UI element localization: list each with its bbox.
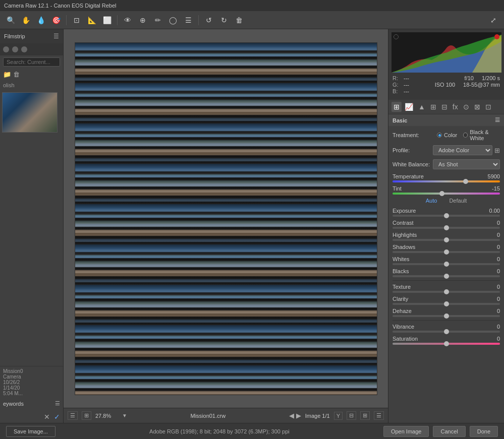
temperature-slider[interactable] [393, 180, 500, 182]
wb-tool[interactable]: 💧 [34, 14, 47, 27]
temperature-thumb[interactable] [463, 179, 468, 184]
profile-grid-btn[interactable]: ⊞ [494, 147, 500, 154]
whites-slider[interactable] [393, 263, 500, 265]
rotate-ccw-btn[interactable]: ↺ [202, 14, 215, 27]
color-radio[interactable]: Color [437, 132, 457, 138]
contrast-slider[interactable] [393, 227, 500, 229]
tint-slider[interactable] [393, 193, 500, 195]
dehaze-thumb[interactable] [444, 313, 449, 319]
search-bar [0, 55, 63, 69]
saturation-slider[interactable] [393, 343, 500, 345]
basic-panel-menu[interactable]: ☰ [495, 117, 500, 123]
wb-select[interactable]: As Shot [433, 159, 500, 169]
window-maximize-btn[interactable] [21, 46, 27, 52]
transform-tool[interactable]: ⬜ [100, 14, 114, 27]
view-mode-btn2[interactable]: ⊞ [82, 411, 91, 420]
zoom-out-btn[interactable]: ⊟ [347, 411, 356, 420]
list-tool[interactable]: ☰ [182, 14, 195, 27]
hist-clipping-alert[interactable] [494, 34, 499, 39]
shadows-thumb[interactable] [444, 249, 449, 255]
texture-thumb[interactable] [444, 289, 449, 294]
bw-radio-circle [463, 133, 468, 138]
shadows-slider[interactable] [393, 251, 500, 253]
tint-thumb[interactable] [439, 191, 444, 196]
prev-image-btn[interactable]: ◀ [289, 412, 294, 419]
texture-slider[interactable] [393, 291, 500, 293]
auto-btn[interactable]: Auto [426, 198, 437, 204]
redeye-tool[interactable]: 👁 [121, 14, 134, 27]
exposure-slider[interactable] [393, 215, 500, 217]
image-settings-btn[interactable]: ☰ [374, 411, 384, 420]
contrast-thumb[interactable] [444, 225, 449, 230]
exposure-row: Exposure 0.00 [393, 208, 500, 217]
calibration-icon[interactable]: ⊡ [483, 102, 493, 112]
transform-icon[interactable]: ⊠ [472, 102, 482, 112]
open-image-btn[interactable]: Open Image [383, 426, 429, 437]
app: 🔍 ✋ 💧 🎯 ⊡ 📐 ⬜ 👁 ⊕ ✏ ◯ ☰ ↺ ↻ 🗑 ⤢ Filmstri… [0, 11, 504, 439]
exposure-thumb[interactable] [444, 213, 449, 218]
temperature-top: Temperature 5900 [393, 173, 500, 179]
highlights-slider[interactable] [393, 239, 500, 241]
search-input[interactable] [3, 57, 60, 67]
clarity-thumb[interactable] [444, 301, 449, 306]
view-mode-btn1[interactable]: ☰ [68, 411, 78, 420]
confirm-ok-btn[interactable]: ✓ [54, 413, 60, 421]
image-canvas[interactable] [64, 29, 388, 408]
hsl-icon[interactable]: ⊞ [428, 102, 438, 112]
shadows-row: Shadows 0 [393, 244, 500, 253]
highlights-thumb[interactable] [444, 237, 449, 242]
done-btn[interactable]: Done [470, 426, 498, 437]
filmstrip-folder-btn[interactable]: 📁 [3, 71, 11, 78]
saturation-thumb[interactable] [444, 341, 449, 346]
zoom-in-btn[interactable]: ⊞ [360, 411, 370, 420]
filmstrip-delete-btn[interactable]: 🗑 [13, 71, 20, 78]
vibrance-slider[interactable] [393, 331, 500, 333]
g-row: G: --- ISO 100 18-55@37 mm [393, 82, 500, 88]
profile-row: Profile: Adobe Color ⊞ [393, 145, 500, 155]
window-close-btn[interactable] [3, 46, 9, 52]
spot-tool[interactable]: ⊕ [136, 14, 149, 27]
brush-tool[interactable]: ✏ [151, 14, 164, 27]
save-image-btn[interactable]: Save Image... [6, 426, 55, 437]
hand-tool[interactable]: ✋ [19, 14, 32, 27]
delete-btn[interactable]: 🗑 [233, 14, 246, 27]
dehaze-slider[interactable] [393, 315, 500, 317]
basic-tool-icon[interactable]: ⊞ [391, 102, 402, 112]
image-info-btn[interactable]: Y [334, 412, 343, 420]
cancel-btn[interactable]: Cancel [433, 426, 465, 437]
blacks-thumb[interactable] [444, 274, 449, 279]
zoom-tool[interactable]: 🔍 [4, 14, 17, 27]
basic-panel-header[interactable]: Basic ☰ [388, 114, 504, 126]
film-thumbnail[interactable] [2, 92, 58, 133]
color-sampler-tool[interactable]: 🎯 [49, 14, 63, 27]
clarity-slider[interactable] [393, 303, 500, 305]
bottom-info: Adobe RGB (1998); 8 bit; 2048 by 3072 (6… [149, 428, 290, 434]
straighten-tool[interactable]: 📐 [85, 14, 98, 27]
vibrance-thumb[interactable] [444, 329, 449, 334]
default-btn[interactable]: Default [449, 198, 467, 204]
fx-icon[interactable]: fx [451, 102, 460, 112]
zoom-dropdown[interactable]: ▼ [122, 413, 127, 418]
blacks-slider[interactable] [393, 275, 500, 277]
lens-icon[interactable]: ⊙ [461, 102, 471, 112]
hist-shadow-alert[interactable] [394, 34, 399, 39]
keywords-menu[interactable]: ☰ [55, 400, 60, 407]
detail-icon[interactable]: ▲ [416, 102, 427, 112]
contrast-row: Contrast 0 [393, 220, 500, 229]
eraser-tool[interactable]: ◯ [166, 14, 180, 27]
fullscreen-btn[interactable]: ⤢ [487, 14, 500, 27]
split-tone-icon[interactable]: ⊟ [439, 102, 450, 112]
content: Filmstrip ☰ 📁 🗑 olish [0, 29, 504, 423]
bw-radio[interactable]: Black & White [463, 129, 500, 141]
window-minimize-btn[interactable] [12, 46, 18, 52]
confirm-cancel-btn[interactable]: ✕ [44, 413, 50, 421]
profile-select[interactable]: Adobe Color [433, 145, 492, 155]
filmstrip-menu-btn[interactable]: ☰ [53, 33, 59, 40]
crop-tool[interactable]: ⊡ [70, 14, 83, 27]
next-image-btn[interactable]: ▶ [296, 412, 301, 419]
tone-curve-icon[interactable]: 📈 [403, 102, 415, 112]
whites-thumb[interactable] [444, 262, 449, 267]
rotate-cw-btn[interactable]: ↻ [217, 14, 231, 27]
basic-panel-title: Basic [393, 117, 407, 123]
toolbar: 🔍 ✋ 💧 🎯 ⊡ 📐 ⬜ 👁 ⊕ ✏ ◯ ☰ ↺ ↻ 🗑 ⤢ [0, 11, 504, 29]
